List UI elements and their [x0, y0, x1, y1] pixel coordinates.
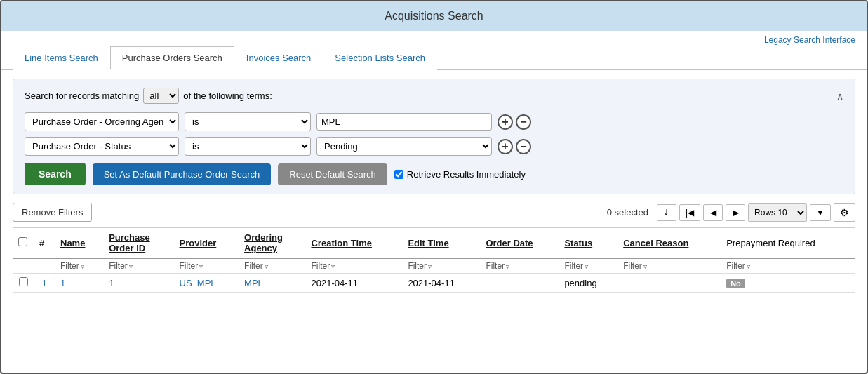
row-creation-time-cell: 2021-04-11: [305, 274, 402, 293]
row-num-cell: 1: [34, 274, 55, 293]
num-header-label: #: [39, 238, 44, 248]
field-select-1[interactable]: Purchase Order - Ordering Agency Purchas…: [25, 112, 179, 131]
cancel-reason-filter-label[interactable]: Filter▿: [623, 261, 715, 271]
results-section: Remove Filters 0 selected ⇃ |◀ ◀ ▶ Rows …: [13, 203, 855, 293]
operator-select-1[interactable]: is is not contains does not contain betw…: [185, 112, 311, 131]
po-id-filter-label[interactable]: Filter▿: [109, 261, 168, 271]
add-row-2-button[interactable]: +: [498, 139, 513, 154]
filter-provider: Filter▿: [174, 258, 239, 274]
status-filter-label[interactable]: Filter▿: [564, 261, 612, 271]
row-ordering-agency-link[interactable]: MPL: [244, 278, 263, 288]
select-all-checkbox[interactable]: [18, 237, 27, 246]
row-ordering-agency-cell: MPL: [239, 274, 305, 293]
remove-filters-button[interactable]: Remove Filters: [13, 203, 92, 222]
row-po-id-cell: 1: [103, 274, 173, 293]
matching-select[interactable]: all any: [143, 88, 179, 104]
tabs-row: Line Items Search Purchase Orders Search…: [1, 46, 867, 70]
filter-ordering-agency: Filter▿: [239, 258, 305, 274]
filter-name: Filter▿: [55, 258, 103, 274]
row-num-link[interactable]: 1: [41, 278, 46, 288]
ordering-agency-col-header: OrderingAgency: [239, 228, 305, 259]
filter-empty-2: [34, 258, 55, 274]
remove-row-2-button[interactable]: −: [516, 139, 531, 154]
tab-purchase-orders[interactable]: Purchase Orders Search: [110, 46, 234, 70]
search-button[interactable]: Search: [25, 163, 86, 185]
search-header: Search for records matching all any of t…: [25, 88, 843, 104]
row-name-link[interactable]: 1: [60, 278, 65, 288]
add-remove-row-1: + −: [498, 114, 531, 130]
app-title: Acquisitions Search: [1, 1, 867, 31]
status-col-sort[interactable]: Status: [564, 238, 592, 248]
prepayment-col-label: Prepayment Required: [726, 238, 815, 248]
cancel-reason-col-sort[interactable]: Cancel Reason: [623, 238, 688, 248]
retrieve-immediately-checkbox[interactable]: [394, 170, 403, 179]
value-input-1[interactable]: [316, 113, 492, 131]
filter-status: Filter▿: [559, 258, 617, 274]
creation-time-filter-label[interactable]: Filter▿: [311, 261, 396, 271]
row-provider-cell: US_MPL: [174, 274, 239, 293]
results-toolbar: Remove Filters 0 selected ⇃ |◀ ◀ ▶ Rows …: [13, 203, 855, 222]
row-checkbox-1[interactable]: [19, 277, 28, 286]
filter-empty-1: [13, 258, 34, 274]
prepayment-badge: No: [726, 279, 745, 288]
status-col-header: Status: [559, 228, 617, 259]
provider-col-sort[interactable]: Provider: [180, 238, 217, 248]
order-date-filter-label[interactable]: Filter▿: [486, 261, 553, 271]
matching-post-label: of the following terms:: [183, 91, 272, 101]
filter-cancel-reason: Filter▿: [617, 258, 721, 274]
collapse-button[interactable]: ∧: [836, 91, 843, 102]
tab-invoices[interactable]: Invoices Search: [234, 46, 323, 70]
row-po-id-link[interactable]: 1: [109, 278, 114, 288]
results-table: # Name PurchaseOrder ID Provider Orderin…: [13, 227, 855, 293]
edit-time-filter-label[interactable]: Filter▿: [408, 261, 474, 271]
provider-filter-label[interactable]: Filter▿: [180, 261, 234, 271]
next-page-button[interactable]: ▶: [726, 204, 745, 221]
rows-per-page-select[interactable]: Rows 10 Rows 5 Rows 25 Rows 50 Rows 100: [748, 203, 807, 222]
creation-time-col-sort[interactable]: Creation Time: [311, 238, 371, 248]
name-col-header: Name: [55, 228, 103, 259]
filter-po-id: Filter▿: [103, 258, 173, 274]
edit-time-col-sort[interactable]: Edit Time: [408, 238, 448, 248]
add-row-1-button[interactable]: +: [498, 114, 513, 130]
rows-dropdown-button[interactable]: ▼: [810, 204, 831, 221]
value-select-wrap-2: Pending On Order Received Cancelled: [316, 137, 492, 156]
row-edit-time-cell: 2021-04-11: [402, 274, 480, 293]
table-row: 1 1 1 US_MPL MPL 2021-04-11 2021-: [13, 274, 855, 293]
filter-order-date: Filter▿: [480, 258, 559, 274]
ordering-agency-filter-label[interactable]: Filter▿: [244, 261, 300, 271]
set-default-button[interactable]: Set As Default Purchase Order Search: [93, 163, 272, 185]
retrieve-immediately-text: Retrieve Results Immediately: [407, 169, 526, 180]
first-page-button[interactable]: |◀: [679, 204, 700, 221]
legacy-search-link[interactable]: Legacy Search Interface: [764, 35, 855, 45]
operator-select-2[interactable]: is is not contains does not contain: [185, 137, 311, 156]
reset-default-button[interactable]: Reset Default Search: [278, 163, 387, 185]
row-name-cell: 1: [55, 274, 103, 293]
prepayment-filter-label[interactable]: Filter▿: [726, 261, 850, 271]
sort-descending-button[interactable]: ⇃: [657, 204, 676, 221]
prev-page-button[interactable]: ◀: [703, 204, 723, 221]
tab-line-items[interactable]: Line Items Search: [13, 46, 110, 70]
order-date-col-sort[interactable]: Order Date: [486, 238, 533, 248]
remove-row-1-button[interactable]: −: [516, 114, 531, 130]
ordering-agency-col-sort[interactable]: OrderingAgency: [244, 232, 283, 253]
prepayment-col-header: Prepayment Required: [721, 228, 855, 259]
filter-row: Filter▿ Filter▿ Filter▿ Filter▿ Filter▿ …: [13, 258, 855, 274]
po-id-col-sort[interactable]: PurchaseOrder ID: [109, 232, 150, 253]
row-status-cell: pending: [559, 274, 617, 293]
edit-time-col-header: Edit Time: [402, 228, 480, 259]
selected-count: 0 selected: [607, 207, 648, 218]
po-id-col-header: PurchaseOrder ID: [103, 228, 173, 259]
value-select-2[interactable]: Pending On Order Received Cancelled: [316, 137, 492, 156]
search-row-1: Purchase Order - Ordering Agency Purchas…: [25, 112, 843, 131]
search-row-2: Purchase Order - Status Purchase Order -…: [25, 137, 843, 156]
row-provider-link[interactable]: US_MPL: [180, 278, 216, 288]
field-select-2[interactable]: Purchase Order - Status Purchase Order -…: [25, 137, 179, 156]
select-all-col: [13, 228, 34, 259]
retrieve-immediately-label[interactable]: Retrieve Results Immediately: [394, 169, 526, 180]
table-header-row: # Name PurchaseOrder ID Provider Orderin…: [13, 228, 855, 259]
name-filter-label[interactable]: Filter▿: [60, 261, 98, 271]
name-col-sort[interactable]: Name: [60, 238, 85, 248]
num-col-header: #: [34, 228, 55, 259]
settings-button[interactable]: ⚙: [834, 203, 855, 222]
tab-selection-lists[interactable]: Selection Lists Search: [323, 46, 437, 70]
